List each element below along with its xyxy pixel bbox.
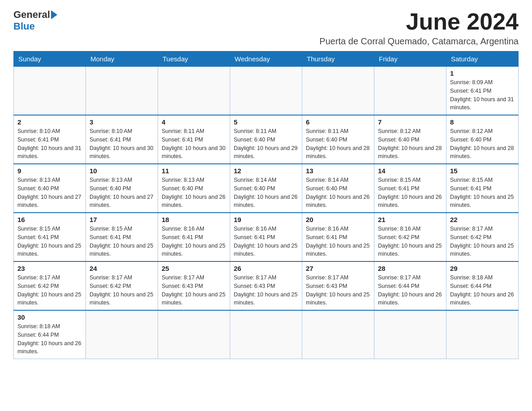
day-number: 20: [306, 216, 370, 223]
calendar-cell: 19Sunrise: 8:16 AMSunset: 6:41 PMDayligh…: [230, 213, 302, 261]
weekday-header-monday: Monday: [86, 51, 158, 67]
weekday-header-saturday: Saturday: [446, 51, 519, 67]
day-detail: Sunrise: 8:15 AMSunset: 6:41 PMDaylight:…: [450, 176, 515, 210]
day-detail: Sunrise: 8:16 AMSunset: 6:41 PMDaylight:…: [306, 225, 370, 258]
day-number: 9: [17, 167, 82, 175]
logo-general-text: General: [13, 9, 50, 21]
calendar-cell: 14Sunrise: 8:15 AMSunset: 6:41 PMDayligh…: [374, 164, 446, 213]
day-detail: Sunrise: 8:10 AMSunset: 6:41 PMDaylight:…: [90, 127, 154, 161]
calendar-cell: [446, 310, 519, 359]
day-detail: Sunrise: 8:15 AMSunset: 6:41 PMDaylight:…: [90, 225, 154, 258]
day-number: 29: [450, 265, 515, 272]
calendar-cell: 12Sunrise: 8:14 AMSunset: 6:40 PMDayligh…: [230, 164, 302, 213]
calendar-cell: 27Sunrise: 8:17 AMSunset: 6:43 PMDayligh…: [302, 261, 374, 310]
weekday-header-wednesday: Wednesday: [230, 51, 302, 67]
day-detail: Sunrise: 8:12 AMSunset: 6:40 PMDaylight:…: [450, 127, 515, 161]
calendar-cell: [374, 310, 446, 359]
day-detail: Sunrise: 8:13 AMSunset: 6:40 PMDaylight:…: [17, 176, 82, 210]
day-number: 24: [90, 265, 154, 272]
calendar-cell: 9Sunrise: 8:13 AMSunset: 6:40 PMDaylight…: [14, 164, 86, 213]
calendar-week-row: 1Sunrise: 8:09 AMSunset: 6:41 PMDaylight…: [14, 67, 519, 116]
day-number: 8: [450, 118, 515, 126]
calendar-cell: [302, 67, 374, 116]
calendar-cell: 22Sunrise: 8:17 AMSunset: 6:42 PMDayligh…: [446, 213, 519, 261]
calendar-cell: 30Sunrise: 8:18 AMSunset: 6:44 PMDayligh…: [14, 310, 86, 359]
calendar-cell: 23Sunrise: 8:17 AMSunset: 6:42 PMDayligh…: [14, 261, 86, 310]
day-number: 18: [162, 216, 226, 223]
calendar-cell: 16Sunrise: 8:15 AMSunset: 6:41 PMDayligh…: [14, 213, 86, 261]
calendar-cell: [302, 310, 374, 359]
day-number: 28: [378, 265, 442, 272]
day-number: 30: [17, 313, 82, 321]
day-detail: Sunrise: 8:18 AMSunset: 6:44 PMDaylight:…: [450, 274, 515, 307]
calendar-cell: 10Sunrise: 8:13 AMSunset: 6:40 PMDayligh…: [86, 164, 158, 213]
day-number: 3: [90, 118, 154, 126]
calendar-cell: [158, 67, 230, 116]
day-detail: Sunrise: 8:17 AMSunset: 6:43 PMDaylight:…: [306, 274, 370, 307]
calendar-cell: 5Sunrise: 8:11 AMSunset: 6:40 PMDaylight…: [230, 115, 302, 164]
day-number: 27: [306, 265, 370, 272]
calendar-cell: [230, 310, 302, 359]
calendar-week-row: 9Sunrise: 8:13 AMSunset: 6:40 PMDaylight…: [14, 164, 519, 213]
day-detail: Sunrise: 8:17 AMSunset: 6:43 PMDaylight:…: [162, 274, 226, 307]
calendar-cell: [86, 310, 158, 359]
calendar-week-row: 23Sunrise: 8:17 AMSunset: 6:42 PMDayligh…: [14, 261, 519, 310]
day-number: 23: [17, 265, 82, 272]
weekday-header-friday: Friday: [374, 51, 446, 67]
day-number: 11: [162, 167, 226, 175]
title-section: June 2024 Puerta de Corral Quemado, Cata…: [319, 9, 519, 47]
day-number: 17: [90, 216, 154, 223]
day-number: 5: [234, 118, 298, 126]
calendar-cell: 29Sunrise: 8:18 AMSunset: 6:44 PMDayligh…: [446, 261, 519, 310]
day-detail: Sunrise: 8:17 AMSunset: 6:43 PMDaylight:…: [234, 274, 298, 307]
calendar-cell: 7Sunrise: 8:12 AMSunset: 6:40 PMDaylight…: [374, 115, 446, 164]
weekday-header-sunday: Sunday: [14, 51, 86, 67]
calendar-cell: 21Sunrise: 8:16 AMSunset: 6:42 PMDayligh…: [374, 213, 446, 261]
weekday-header-row: SundayMondayTuesdayWednesdayThursdayFrid…: [14, 51, 519, 67]
day-detail: Sunrise: 8:17 AMSunset: 6:42 PMDaylight:…: [17, 274, 82, 307]
day-detail: Sunrise: 8:11 AMSunset: 6:40 PMDaylight:…: [306, 127, 370, 161]
weekday-header-tuesday: Tuesday: [158, 51, 230, 67]
calendar-cell: 15Sunrise: 8:15 AMSunset: 6:41 PMDayligh…: [446, 164, 519, 213]
day-detail: Sunrise: 8:10 AMSunset: 6:41 PMDaylight:…: [17, 127, 82, 161]
calendar-cell: 2Sunrise: 8:10 AMSunset: 6:41 PMDaylight…: [14, 115, 86, 164]
day-detail: Sunrise: 8:17 AMSunset: 6:44 PMDaylight:…: [378, 274, 442, 307]
calendar-cell: [230, 67, 302, 116]
calendar-cell: 8Sunrise: 8:12 AMSunset: 6:40 PMDaylight…: [446, 115, 519, 164]
day-number: 22: [450, 216, 515, 223]
day-detail: Sunrise: 8:16 AMSunset: 6:41 PMDaylight:…: [162, 225, 226, 258]
logo-arrow-icon: [51, 10, 57, 19]
location-title: Puerta de Corral Quemado, Catamarca, Arg…: [319, 36, 519, 47]
calendar-cell: 18Sunrise: 8:16 AMSunset: 6:41 PMDayligh…: [158, 213, 230, 261]
calendar-cell: 4Sunrise: 8:11 AMSunset: 6:41 PMDaylight…: [158, 115, 230, 164]
day-number: 16: [17, 216, 82, 223]
logo-blue-text: Blue: [13, 21, 35, 32]
day-detail: Sunrise: 8:09 AMSunset: 6:41 PMDaylight:…: [450, 78, 515, 112]
calendar-cell: 20Sunrise: 8:16 AMSunset: 6:41 PMDayligh…: [302, 213, 374, 261]
day-number: 12: [234, 167, 298, 175]
calendar-cell: [86, 67, 158, 116]
day-number: 1: [450, 69, 515, 77]
day-detail: Sunrise: 8:13 AMSunset: 6:40 PMDaylight:…: [162, 176, 226, 210]
calendar-cell: 25Sunrise: 8:17 AMSunset: 6:43 PMDayligh…: [158, 261, 230, 310]
day-detail: Sunrise: 8:17 AMSunset: 6:42 PMDaylight:…: [90, 274, 154, 307]
day-detail: Sunrise: 8:13 AMSunset: 6:40 PMDaylight:…: [90, 176, 154, 210]
day-number: 4: [162, 118, 226, 126]
day-number: 14: [378, 167, 442, 175]
day-detail: Sunrise: 8:18 AMSunset: 6:44 PMDaylight:…: [17, 322, 82, 356]
logo: General Blue: [13, 9, 58, 32]
calendar-cell: [158, 310, 230, 359]
day-detail: Sunrise: 8:14 AMSunset: 6:40 PMDaylight:…: [234, 176, 298, 210]
day-detail: Sunrise: 8:16 AMSunset: 6:41 PMDaylight:…: [234, 225, 298, 258]
calendar-week-row: 16Sunrise: 8:15 AMSunset: 6:41 PMDayligh…: [14, 213, 519, 261]
calendar-week-row: 2Sunrise: 8:10 AMSunset: 6:41 PMDaylight…: [14, 115, 519, 164]
calendar-cell: [374, 67, 446, 116]
day-number: 21: [378, 216, 442, 223]
day-number: 13: [306, 167, 370, 175]
day-number: 25: [162, 265, 226, 272]
calendar-cell: 3Sunrise: 8:10 AMSunset: 6:41 PMDaylight…: [86, 115, 158, 164]
day-number: 19: [234, 216, 298, 223]
day-number: 26: [234, 265, 298, 272]
day-number: 2: [17, 118, 82, 126]
day-number: 10: [90, 167, 154, 175]
